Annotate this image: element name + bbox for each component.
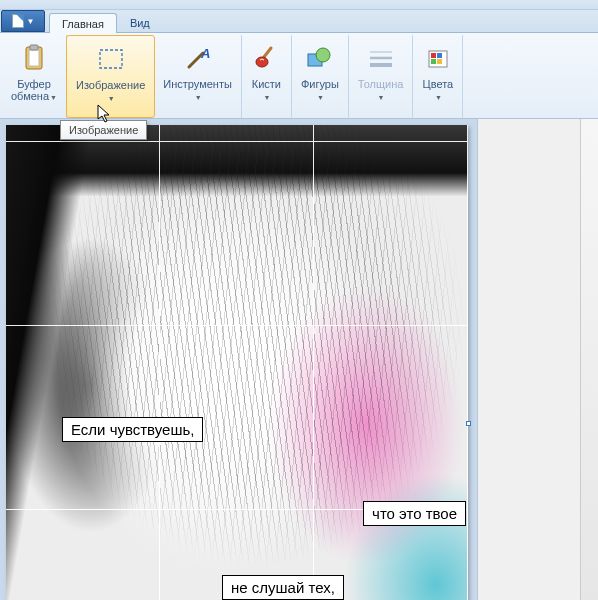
colors-icon (422, 43, 454, 75)
canvas-zone[interactable]: Если чувствуешь, что это твое не слушай … (0, 119, 477, 600)
group-shapes[interactable]: Фигуры▼ (292, 35, 349, 118)
svg-rect-2 (30, 45, 38, 50)
group-label: Инструменты▼ (161, 77, 234, 106)
group-colors[interactable]: Цвета▼ (413, 35, 463, 118)
svg-rect-13 (431, 53, 436, 58)
svg-rect-15 (431, 59, 436, 64)
svg-rect-3 (100, 50, 122, 68)
group-label: Буферобмена▼ (9, 77, 59, 106)
canvas-caption-2: что это твое (363, 501, 466, 526)
ribbon: Буферобмена▼ Изображение▼ A Инструменты▼… (0, 33, 598, 119)
tabs-row: ▼ Главная Вид (0, 10, 598, 33)
group-label: Кисти▼ (250, 77, 283, 106)
app-menu-button[interactable]: ▼ (1, 10, 45, 32)
tab-view[interactable]: Вид (117, 12, 163, 32)
group-clipboard[interactable]: Буферобмена▼ (2, 35, 67, 118)
svg-text:A: A (200, 46, 210, 61)
group-tools[interactable]: A Инструменты▼ (154, 35, 242, 118)
scroll-area[interactable] (477, 119, 598, 600)
group-brushes[interactable]: Кисти▼ (242, 35, 292, 118)
svg-rect-1 (29, 50, 39, 66)
tools-icon: A (182, 43, 214, 75)
chevron-down-icon: ▼ (27, 17, 35, 26)
canvas-caption-3: не слушай тех, (222, 575, 344, 600)
tooltip: Изображение (60, 120, 147, 140)
group-image[interactable]: Изображение▼ (66, 35, 155, 118)
group-thickness: Толщина▼ (349, 35, 414, 118)
group-label: Цвета▼ (421, 77, 456, 106)
tab-main[interactable]: Главная (49, 13, 117, 33)
brush-icon (250, 43, 282, 75)
group-label: Изображение▼ (74, 78, 147, 107)
shapes-icon (304, 43, 336, 75)
canvas-image: Если чувствуешь, что это твое не слушай … (6, 125, 468, 600)
svg-rect-16 (437, 59, 442, 64)
svg-rect-14 (437, 53, 442, 58)
selection-icon (95, 44, 127, 76)
titlebar (0, 0, 598, 10)
group-label: Толщина▼ (356, 77, 406, 106)
canvas[interactable]: Если чувствуешь, что это твое не слушай … (6, 125, 468, 600)
resize-handle-right[interactable] (466, 421, 471, 426)
document-icon (12, 14, 24, 28)
clipboard-icon (18, 43, 50, 75)
thickness-icon (365, 43, 397, 75)
canvas-caption-1: Если чувствуешь, (62, 417, 203, 442)
workspace: Если чувствуешь, что это твое не слушай … (0, 119, 598, 600)
svg-point-8 (316, 48, 330, 62)
group-label: Фигуры▼ (299, 77, 341, 106)
